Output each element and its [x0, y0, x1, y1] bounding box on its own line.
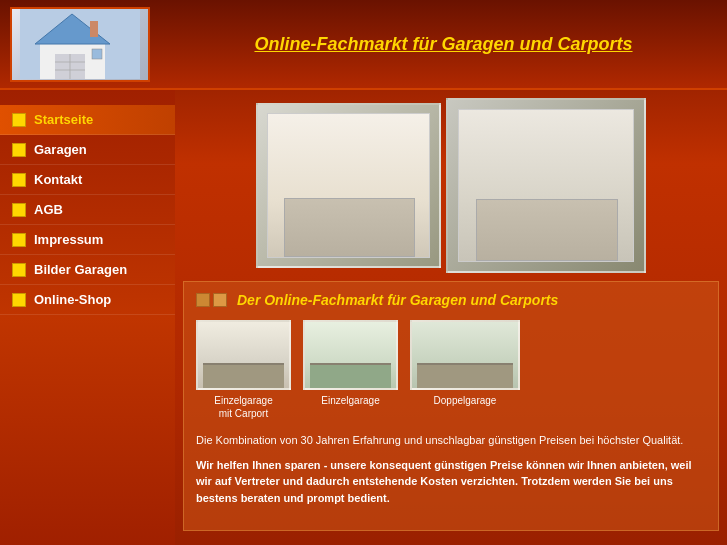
sidebar-item-garagen[interactable]: Garagen	[0, 135, 175, 165]
nav-icon-startseite	[12, 113, 26, 127]
gallery-item-1: Einzelgarage	[303, 320, 398, 420]
thumb-img-2	[412, 322, 518, 388]
sidebar-label-startseite: Startseite	[34, 112, 93, 127]
gallery-label-1: Einzelgarage	[321, 394, 379, 407]
sidebar-label-garagen: Garagen	[34, 142, 87, 157]
svg-rect-9	[90, 21, 98, 37]
panel-right	[446, 98, 646, 273]
content-subtitle: Der Online-Fachmarkt für Garagen und Car…	[237, 292, 558, 308]
header: Online-Fachmarkt für Garagen und Carport…	[0, 0, 727, 90]
nav-icon-bilder	[12, 263, 26, 277]
sidebar-item-bilder-garagen[interactable]: Bilder Garagen	[0, 255, 175, 285]
nav-icon-garagen	[12, 143, 26, 157]
header-title-area: Online-Fachmarkt für Garagen und Carport…	[150, 34, 717, 55]
desc-text-2: Wir helfen Ihnen sparen - unsere konsequ…	[196, 457, 706, 507]
thumb-img-1	[305, 322, 396, 388]
gallery-label-2: Doppelgarage	[434, 394, 497, 407]
image-panels	[183, 98, 719, 273]
gallery-label-0: Einzelgarage mit Carport	[214, 394, 272, 420]
gallery-thumb-1	[303, 320, 398, 390]
sidebar-label-bilder: Bilder Garagen	[34, 262, 127, 277]
sidebar-label-impressum: Impressum	[34, 232, 103, 247]
header-title: Online-Fachmarkt für Garagen und Carport…	[254, 34, 632, 55]
sidebar-item-kontakt[interactable]: Kontakt	[0, 165, 175, 195]
page-wrapper: Online-Fachmarkt für Garagen und Carport…	[0, 0, 727, 545]
desc-text-1: Die Kombination von 30 Jahren Erfahrung …	[196, 432, 706, 449]
gallery-item-2: Doppelgarage	[410, 320, 520, 420]
sidebar-label-kontakt: Kontakt	[34, 172, 82, 187]
gallery-thumb-2	[410, 320, 520, 390]
title-icons	[196, 293, 227, 307]
content-box: Der Online-Fachmarkt für Garagen und Car…	[183, 281, 719, 531]
gallery-thumb-0	[196, 320, 291, 390]
sidebar-item-impressum[interactable]: Impressum	[0, 225, 175, 255]
nav-icon-shop	[12, 293, 26, 307]
content-header: Der Online-Fachmarkt für Garagen und Car…	[196, 292, 706, 308]
sidebar: Startseite Garagen Kontakt AGB Impressum…	[0, 90, 175, 545]
sidebar-item-startseite[interactable]: Startseite	[0, 105, 175, 135]
sidebar-label-shop: Online-Shop	[34, 292, 111, 307]
gallery-row: Einzelgarage mit Carport Einzelgarage Do…	[196, 320, 706, 420]
panel-left-img	[258, 105, 439, 266]
thumb-img-0	[198, 322, 289, 388]
garage-sim-left	[267, 113, 430, 258]
main-layout: Startseite Garagen Kontakt AGB Impressum…	[0, 90, 727, 545]
panel-left	[256, 103, 441, 268]
svg-rect-8	[92, 49, 102, 59]
sidebar-label-agb: AGB	[34, 202, 63, 217]
title-sq2	[213, 293, 227, 307]
panel-right-img	[448, 100, 644, 271]
sidebar-item-agb[interactable]: AGB	[0, 195, 175, 225]
gallery-item-0: Einzelgarage mit Carport	[196, 320, 291, 420]
logo-image	[20, 9, 140, 79]
nav-icon-impressum	[12, 233, 26, 247]
logo-box	[10, 7, 150, 82]
title-sq1	[196, 293, 210, 307]
garage-sim-right	[458, 109, 634, 263]
content-area: Der Online-Fachmarkt für Garagen und Car…	[175, 90, 727, 545]
sidebar-item-online-shop[interactable]: Online-Shop	[0, 285, 175, 315]
nav-icon-agb	[12, 203, 26, 217]
nav-icon-kontakt	[12, 173, 26, 187]
